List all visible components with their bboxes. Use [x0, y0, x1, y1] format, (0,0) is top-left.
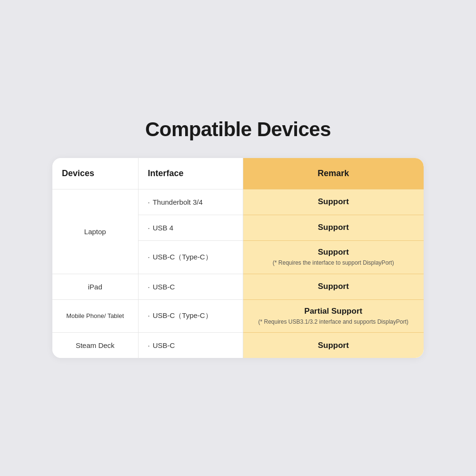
page-container: Compatible Devices Devices Interface Rem… — [52, 118, 424, 358]
bullet-icon: · — [148, 283, 150, 291]
bullet-icon: · — [148, 224, 150, 232]
bullet-icon: · — [148, 253, 150, 261]
cell-device-ipad: iPad — [52, 274, 138, 299]
compatible-devices-table: Devices Interface Remark Laptop — [52, 158, 424, 358]
cell-remark-ipad: Support — [243, 274, 424, 299]
cell-interface-thunderbolt: ·Thunderbolt 3/4 — [138, 189, 243, 215]
cell-remark-mobile: Partial Support (* Requires USB3.1/3.2 i… — [243, 299, 424, 333]
bullet-icon: · — [148, 341, 150, 349]
table-row: Steam Deck ·USB-C Support — [52, 333, 424, 358]
header-devices: Devices — [52, 158, 138, 189]
bullet-icon: · — [148, 311, 150, 319]
cell-device-mobile: Mobile Phone/ Tablet — [52, 299, 138, 333]
header-remark: Remark — [243, 158, 424, 189]
table-row: iPad ·USB-C Support — [52, 274, 424, 299]
cell-remark-steam: Support — [243, 333, 424, 358]
table-row: Laptop ·Thunderbolt 3/4 Support — [52, 189, 424, 215]
header-interface: Interface — [138, 158, 243, 189]
cell-interface-usbc-mobile: ·USB-C（Type-C） — [138, 299, 243, 333]
cell-remark-thunderbolt: Support — [243, 189, 424, 215]
page-title: Compatible Devices — [145, 118, 331, 141]
bullet-icon: · — [148, 198, 150, 206]
cell-device-laptop: Laptop — [52, 189, 138, 274]
cell-interface-usbc-steam: ·USB-C — [138, 333, 243, 358]
cell-interface-usbc-ipad: ·USB-C — [138, 274, 243, 299]
cell-remark-usb4: Support — [243, 215, 424, 240]
cell-device-steamdeck: Steam Deck — [52, 333, 138, 358]
cell-remark-usbc-laptop: Support (* Requires the interface to sup… — [243, 240, 424, 274]
table-row: Mobile Phone/ Tablet ·USB-C（Type-C） Part… — [52, 299, 424, 333]
cell-interface-usb4: ·USB 4 — [138, 215, 243, 240]
cell-interface-usbc-laptop: ·USB-C（Type-C） — [138, 240, 243, 274]
